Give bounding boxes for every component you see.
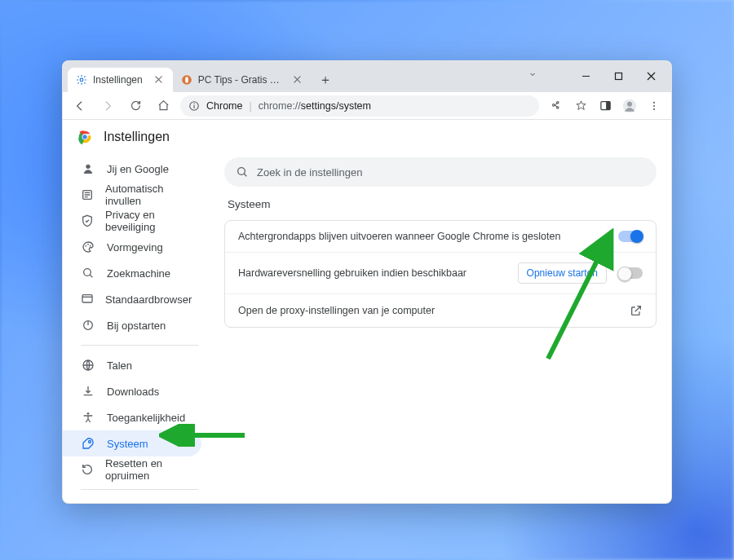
- sidebar-item-you[interactable]: Jij en Google: [63, 156, 201, 182]
- search-icon: [236, 165, 249, 179]
- sidebar-item-extensions[interactable]: Extensies: [63, 496, 201, 503]
- new-tab-button[interactable]: ＋: [315, 69, 336, 90]
- share-icon[interactable]: [546, 95, 567, 117]
- window-controls: [570, 66, 666, 86]
- tab-close-icon[interactable]: [292, 74, 303, 86]
- tab-title: Instellingen: [93, 74, 143, 86]
- svg-point-22: [90, 245, 91, 247]
- system-icon: [81, 437, 95, 450]
- sidebar-item-label: Automatisch invullen: [105, 183, 190, 207]
- sidebar-item-appearance[interactable]: Vormgeving: [63, 234, 201, 260]
- tab-overflow-chevron[interactable]: [528, 69, 537, 79]
- svg-point-23: [84, 269, 91, 276]
- external-link-icon: [630, 304, 643, 317]
- svg-point-11: [627, 101, 632, 106]
- window-close-button[interactable]: [635, 66, 666, 86]
- row-background-apps[interactable]: Achtergrondapps blijven uitvoeren wannee…: [225, 221, 656, 252]
- settings-sidebar: Jij en GoogleAutomatisch invullenPrivacy…: [63, 151, 210, 503]
- svg-rect-1: [615, 73, 621, 79]
- settings-main: Zoek in de instellingen Systeem Achtergr…: [210, 151, 671, 503]
- browser-window: Instellingen PC Tips - Gratis Computer T…: [62, 60, 672, 504]
- downloads-icon: [81, 385, 95, 398]
- svg-point-14: [653, 108, 655, 110]
- side-panel-icon[interactable]: [595, 95, 616, 117]
- svg-line-24: [90, 275, 92, 277]
- sidebar-item-downloads[interactable]: Downloads: [63, 378, 201, 404]
- tab-settings[interactable]: Instellingen: [68, 68, 173, 92]
- window-minimize-button[interactable]: [570, 66, 601, 86]
- browser-toolbar: Chrome | chrome://settings/system: [63, 92, 671, 120]
- site-favicon: [181, 74, 192, 86]
- system-card: Achtergrondapps blijven uitvoeren wannee…: [224, 220, 657, 328]
- row-label: Achtergrondapps blijven uitvoeren wannee…: [238, 231, 560, 242]
- window-maximize-button[interactable]: [603, 66, 634, 86]
- sidebar-item-label: Zoekmachine: [107, 267, 170, 280]
- sidebar-item-privacy[interactable]: Privacy en beveiliging: [63, 208, 201, 234]
- svg-point-21: [87, 244, 89, 245]
- svg-point-34: [238, 168, 245, 175]
- address-bar[interactable]: Chrome | chrome://settings/system: [180, 95, 539, 117]
- sidebar-item-label: Jij en Google: [107, 163, 169, 175]
- row-proxy-settings[interactable]: Open de proxy-instellingen van je comput…: [225, 293, 656, 327]
- toggle-background-apps[interactable]: [618, 231, 643, 242]
- sidebar-item-reset[interactable]: Resetten en opruimen: [63, 456, 201, 483]
- svg-line-35: [244, 174, 246, 176]
- sidebar-item-label: Systeem: [107, 438, 148, 450]
- restart-button[interactable]: Opnieuw starten: [518, 262, 607, 284]
- svg-point-20: [85, 245, 86, 247]
- kebab-menu-icon[interactable]: [643, 95, 665, 117]
- settings-search-input[interactable]: Zoek in de instellingen: [224, 157, 657, 187]
- forward-button[interactable]: [97, 95, 118, 117]
- sidebar-item-autofill[interactable]: Automatisch invullen: [63, 182, 201, 208]
- sidebar-item-accessibility[interactable]: Toegankelijkheid: [63, 404, 201, 430]
- sidebar-item-startup[interactable]: Bij opstarten: [63, 312, 201, 338]
- svg-point-13: [653, 104, 655, 106]
- chrome-logo-icon: [76, 128, 94, 146]
- svg-rect-4: [185, 77, 188, 83]
- search-icon: [81, 267, 95, 280]
- tab-close-icon[interactable]: [153, 74, 165, 86]
- autofill-icon: [81, 188, 94, 201]
- svg-point-12: [653, 101, 655, 103]
- svg-point-31: [89, 441, 91, 443]
- gear-icon: [76, 74, 87, 86]
- sidebar-item-search[interactable]: Zoekmachine: [63, 260, 201, 286]
- sidebar-item-label: Privacy en beveiliging: [105, 209, 190, 233]
- you-icon: [81, 162, 95, 175]
- profile-avatar[interactable]: [619, 95, 640, 117]
- info-icon: [188, 100, 200, 112]
- reload-button[interactable]: [125, 95, 146, 117]
- accessibility-icon: [81, 411, 95, 424]
- home-button[interactable]: [153, 95, 174, 117]
- row-hardware-accel[interactable]: Hardwareversnelling gebruiken indien bes…: [225, 252, 656, 293]
- sidebar-item-label: Talen: [107, 359, 132, 372]
- languages-icon: [81, 359, 95, 372]
- sidebar-item-languages[interactable]: Talen: [63, 352, 201, 378]
- tab-pctips[interactable]: PC Tips - Gratis Computer Tips...: [173, 68, 312, 92]
- sidebar-item-label: Vormgeving: [107, 241, 163, 254]
- appearance-icon: [81, 240, 95, 254]
- tab-title: PC Tips - Gratis Computer Tips...: [198, 74, 281, 86]
- svg-rect-9: [606, 102, 610, 110]
- sidebar-item-label: Downloads: [107, 386, 159, 398]
- toggle-hardware-accel[interactable]: [618, 267, 643, 279]
- sidebar-item-default[interactable]: Standaardbrowser: [63, 286, 201, 312]
- page-title: Instellingen: [104, 130, 170, 144]
- row-label: Open de proxy-instellingen van je comput…: [238, 305, 435, 316]
- omnibox-branding: Chrome: [206, 100, 242, 112]
- sidebar-item-label: Resetten en opruimen: [105, 457, 190, 482]
- sidebar-item-system[interactable]: Systeem: [63, 430, 201, 456]
- reset-icon: [81, 463, 94, 476]
- svg-rect-25: [82, 295, 92, 302]
- startup-icon: [81, 319, 95, 332]
- bookmark-icon[interactable]: [570, 95, 591, 117]
- sidebar-item-label: Toegankelijkheid: [107, 412, 185, 424]
- back-button[interactable]: [69, 95, 91, 117]
- sidebar-item-label: Bij opstarten: [107, 320, 166, 332]
- section-title: Systeem: [228, 198, 657, 210]
- search-placeholder: Zoek in de instellingen: [257, 166, 362, 179]
- sidebar-item-label: Standaardbrowser: [105, 293, 192, 306]
- privacy-icon: [81, 214, 94, 227]
- svg-point-7: [193, 103, 195, 104]
- svg-point-2: [80, 78, 83, 82]
